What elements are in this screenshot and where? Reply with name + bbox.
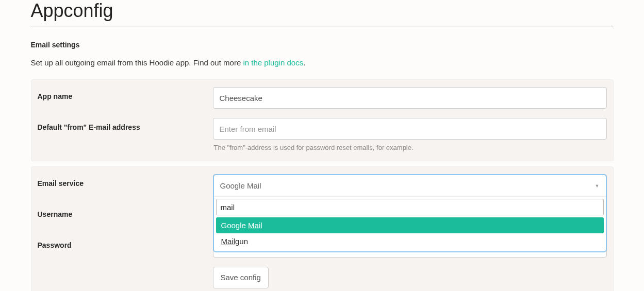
email-service-dropdown-display[interactable]: Google Mail ▼ xyxy=(214,175,606,197)
email-service-label: Email service xyxy=(38,174,213,187)
chevron-down-icon: ▼ xyxy=(595,183,600,189)
email-service-dropdown: Google Mail ▼ Google Mail Mailgun xyxy=(213,174,607,252)
intro-text: Set up all outgoing email from this Hood… xyxy=(31,58,614,67)
from-email-label: Default "from" E-mail address xyxy=(38,118,213,131)
section-title: Email settings xyxy=(31,41,614,49)
smtp-settings-panel: Email service Google Mail ▼ Username Pas… xyxy=(31,166,614,291)
from-email-help: The "from"-address is used for password … xyxy=(213,144,607,151)
basic-settings-panel: App name Default "from" E-mail address T… xyxy=(31,79,614,161)
password-label: Password xyxy=(38,236,213,249)
email-service-option[interactable]: Mailgun xyxy=(216,233,604,249)
page-title: Appconfig xyxy=(31,0,614,26)
email-service-option[interactable]: Google Mail xyxy=(216,217,604,233)
username-label: Username xyxy=(38,205,213,218)
email-service-search-input[interactable] xyxy=(216,199,604,215)
app-name-label: App name xyxy=(38,87,213,100)
app-name-input[interactable] xyxy=(213,87,607,109)
email-service-options-list: Google Mail Mailgun xyxy=(214,215,606,251)
from-email-input[interactable] xyxy=(213,118,607,140)
plugin-docs-link[interactable]: in the plugin docs xyxy=(243,58,303,67)
save-config-button[interactable]: Save config xyxy=(213,267,269,288)
